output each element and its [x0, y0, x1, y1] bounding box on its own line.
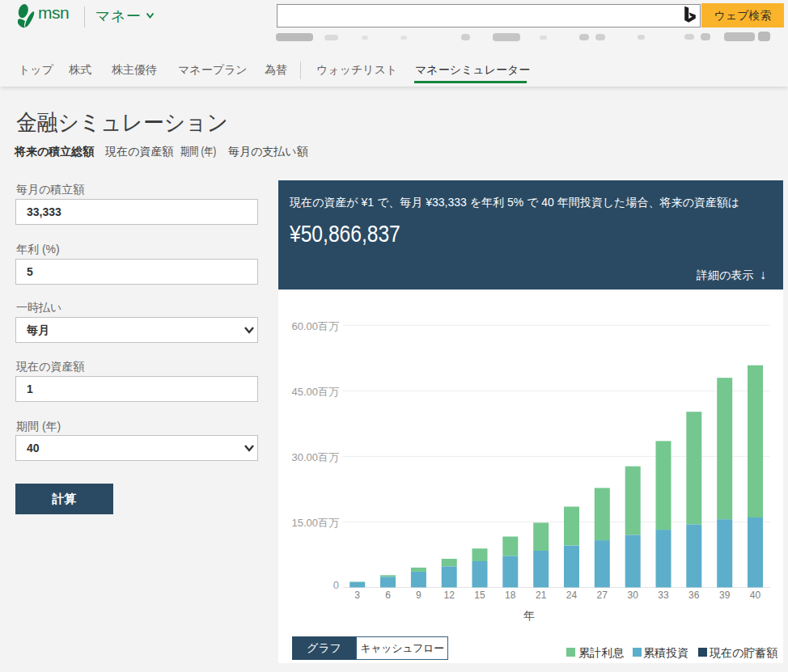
svg-text:0: 0	[333, 579, 339, 591]
svg-text:60.00百万: 60.00百万	[291, 320, 339, 332]
svg-text:27: 27	[597, 590, 608, 601]
svg-text:30: 30	[628, 590, 639, 601]
svg-text:15: 15	[474, 590, 485, 601]
svg-text:30.00百万: 30.00百万	[291, 451, 339, 463]
svg-text:36: 36	[688, 590, 700, 601]
svg-text:6: 6	[385, 590, 391, 601]
svg-text:15.00百万: 15.00百万	[291, 517, 339, 529]
svg-text:18: 18	[505, 590, 516, 601]
svg-text:3: 3	[354, 590, 360, 601]
svg-text:24: 24	[566, 590, 578, 601]
svg-text:12: 12	[444, 590, 455, 601]
svg-text:33: 33	[658, 590, 669, 601]
svg-text:39: 39	[719, 590, 731, 601]
svg-text:45.00百万: 45.00百万	[291, 386, 339, 398]
svg-text:年: 年	[523, 609, 535, 622]
svg-text:21: 21	[536, 590, 547, 601]
svg-text:40: 40	[750, 590, 761, 601]
svg-text:9: 9	[416, 590, 422, 601]
